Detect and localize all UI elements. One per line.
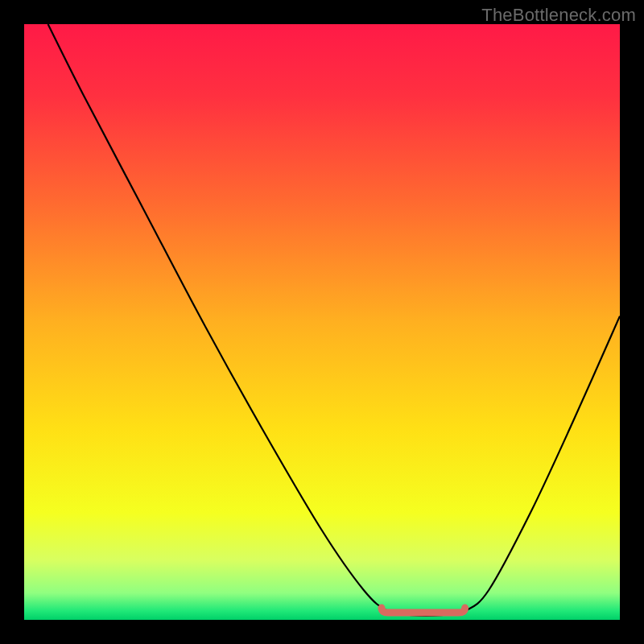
chart-frame: TheBottleneck.com xyxy=(0,0,644,644)
bottleneck-chart xyxy=(0,0,644,644)
watermark-text: TheBottleneck.com xyxy=(481,5,636,26)
